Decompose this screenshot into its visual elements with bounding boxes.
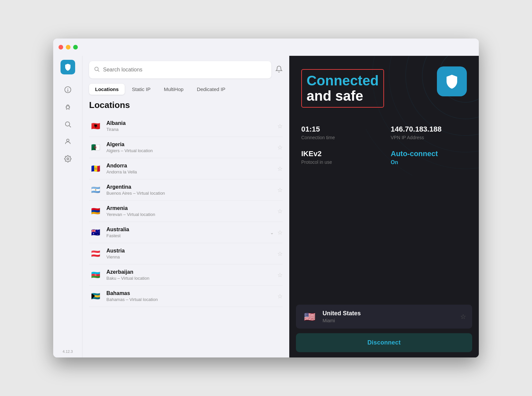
location-info: Austria Vienna xyxy=(106,248,273,259)
location-sub: Vienna xyxy=(106,254,273,259)
close-button[interactable] xyxy=(59,45,63,50)
profile-icon xyxy=(64,138,71,145)
search-input[interactable] xyxy=(103,67,267,73)
main-content: Locations Static IP MultiHop Dedicated I… xyxy=(82,56,289,357)
sidebar-item-alert[interactable] xyxy=(61,82,75,97)
location-info: Azerbaijan Baku – Virtual location xyxy=(106,269,273,281)
favorite-star-icon[interactable]: ☆ xyxy=(277,208,283,215)
location-actions: ☆ xyxy=(277,250,283,257)
notification-bell-icon[interactable] xyxy=(275,65,283,74)
location-actions: ☆ xyxy=(277,208,283,215)
location-name: Bahamas xyxy=(106,290,273,296)
favorite-star-icon[interactable]: ☆ xyxy=(277,186,283,194)
location-info: Armenia Yerevan – Virtual location xyxy=(106,205,273,217)
connection-time-value: 01:15 xyxy=(301,125,377,134)
bug-icon xyxy=(64,103,71,111)
ip-address-value: 146.70.183.188 xyxy=(391,125,467,134)
ip-address-stat: 146.70.183.188 VPN IP Address xyxy=(391,125,467,140)
svg-line-11 xyxy=(69,126,71,127)
location-name: Algeria xyxy=(106,142,273,148)
location-flag: 🇧🇸 xyxy=(89,292,102,301)
sidebar-item-settings[interactable] xyxy=(61,151,75,166)
svg-point-13 xyxy=(67,158,69,160)
location-flag: 🇦🇿 xyxy=(89,270,102,280)
location-flag: 🇦🇱 xyxy=(89,122,102,131)
minimize-button[interactable] xyxy=(66,45,70,50)
current-location-flag: 🇺🇸 xyxy=(302,311,317,322)
list-item[interactable]: 🇦🇩 Andorra Andorra la Vella ☆ xyxy=(89,158,283,179)
location-actions: ☆ xyxy=(277,293,283,300)
favorite-star-icon[interactable]: ☆ xyxy=(277,123,283,130)
svg-line-8 xyxy=(66,109,67,110)
tab-multihop[interactable]: MultiHop xyxy=(158,84,190,95)
location-name: Armenia xyxy=(106,205,273,211)
ip-address-label: VPN IP Address xyxy=(391,135,467,140)
protocol-label: Protocol in use xyxy=(301,159,377,165)
app-window: 4.12.3 xyxy=(53,39,479,357)
list-item[interactable]: 🇦🇹 Austria Vienna ☆ xyxy=(89,243,283,264)
location-info: Albania Tirana xyxy=(106,120,273,132)
tab-locations[interactable]: Locations xyxy=(89,84,125,95)
sidebar-item-profile[interactable] xyxy=(61,134,75,149)
title-bar xyxy=(53,39,479,56)
search-bar-row xyxy=(82,56,289,84)
settings-icon xyxy=(64,155,71,162)
locations-heading: Locations xyxy=(89,100,283,110)
current-location-name: United States xyxy=(323,310,455,317)
connected-title: Connected xyxy=(307,73,379,88)
list-item[interactable]: 🇦🇷 Argentina Buenos Aires – Virtual loca… xyxy=(89,179,283,201)
list-item[interactable]: 🇦🇿 Azerbaijan Baku – Virtual location ☆ xyxy=(89,264,283,286)
stats-grid: 01:15 Connection time 146.70.183.188 VPN… xyxy=(301,125,467,165)
location-name: Albania xyxy=(106,120,273,126)
location-items: 🇦🇱 Albania Tirana ☆ 🇩🇿 Algeria Algiers –… xyxy=(89,116,283,307)
list-item[interactable]: 🇦🇺 Australia Fastest ⌄ ☆ xyxy=(89,222,283,243)
locations-list: Locations 🇦🇱 Albania Tirana ☆ 🇩🇿 Algeria… xyxy=(82,97,289,357)
auto-connect-stat: Auto-connect On xyxy=(391,149,467,165)
list-item[interactable]: 🇧🇸 Bahamas Bahamas – Virtual location ☆ xyxy=(89,286,283,307)
app-logo[interactable] xyxy=(61,60,75,74)
auto-connect-label: Auto-connect xyxy=(391,149,467,158)
logo-icon xyxy=(64,63,72,71)
favorite-star-icon[interactable]: ☆ xyxy=(277,144,283,151)
favorite-star-icon[interactable]: ☆ xyxy=(277,250,283,257)
disconnect-button[interactable]: Disconnect xyxy=(296,333,472,352)
vpn-shield-icon xyxy=(437,66,467,96)
location-name: Argentina xyxy=(106,184,273,190)
expand-chevron-icon[interactable]: ⌄ xyxy=(270,230,274,235)
favorite-star-icon[interactable]: ☆ xyxy=(277,165,283,172)
list-item[interactable]: 🇦🇲 Armenia Yerevan – Virtual location ☆ xyxy=(89,201,283,222)
list-item[interactable]: 🇩🇿 Algeria Algiers – Virtual location ☆ xyxy=(89,137,283,158)
favorite-star-icon[interactable]: ☆ xyxy=(277,271,283,279)
location-actions: ☆ xyxy=(277,144,283,151)
bottom-section: 🇺🇸 United States Miami ☆ Disconnect xyxy=(289,299,479,357)
svg-point-14 xyxy=(95,67,98,71)
favorite-star-icon[interactable]: ☆ xyxy=(277,293,283,300)
connection-time-label: Connection time xyxy=(301,135,377,140)
location-info: Australia Fastest xyxy=(106,227,265,238)
location-name: Azerbaijan xyxy=(106,269,273,275)
location-flag: 🇦🇲 xyxy=(89,207,102,216)
current-location-info: United States Miami xyxy=(323,310,455,323)
maximize-button[interactable] xyxy=(73,45,78,50)
right-panel: Connected and safe 01:15 Connection time… xyxy=(289,56,479,357)
auto-connect-value: On xyxy=(391,159,467,165)
sidebar-item-search[interactable] xyxy=(61,117,75,132)
shield-vpn-icon xyxy=(444,73,460,89)
current-location-card[interactable]: 🇺🇸 United States Miami ☆ xyxy=(296,305,472,329)
svg-point-12 xyxy=(66,139,69,142)
tab-dedicated-ip[interactable]: Dedicated IP xyxy=(191,84,231,95)
location-actions: ☆ xyxy=(277,165,283,172)
location-sub: Algiers – Virtual location xyxy=(106,148,273,153)
location-sub: Fastest xyxy=(106,233,265,238)
location-actions: ⌄ ☆ xyxy=(270,229,283,236)
location-sub: Buenos Aires – Virtual location xyxy=(106,191,273,196)
protocol-value: IKEv2 xyxy=(301,149,377,158)
sidebar-item-bug[interactable] xyxy=(61,100,75,114)
location-sub: Tirana xyxy=(106,127,273,132)
search-nav-icon xyxy=(64,121,71,128)
location-name: Austria xyxy=(106,248,273,254)
tab-static-ip[interactable]: Static IP xyxy=(126,84,157,95)
list-item[interactable]: 🇦🇱 Albania Tirana ☆ xyxy=(89,116,283,137)
favorite-star-icon[interactable]: ☆ xyxy=(277,229,283,236)
current-location-star-icon[interactable]: ☆ xyxy=(460,313,466,321)
